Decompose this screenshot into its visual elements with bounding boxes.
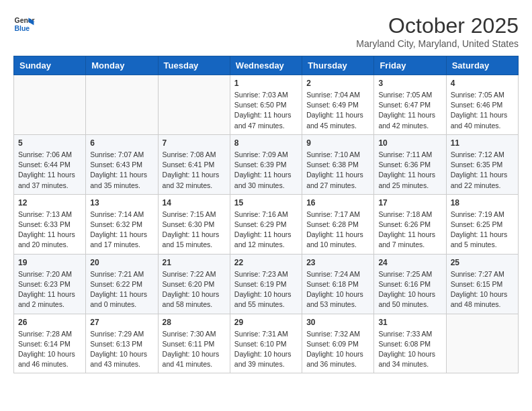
day-number: 1	[234, 79, 298, 88]
day-number: 13	[90, 198, 153, 208]
header-thursday: Thursday	[302, 56, 374, 75]
day-number: 28	[163, 318, 226, 327]
day-info: Sunrise: 7:25 AM Sunset: 6:16 PM Dayligh…	[378, 269, 441, 310]
calendar-cell: 28Sunrise: 7:30 AM Sunset: 6:11 PM Dayli…	[158, 314, 230, 373]
day-number: 4	[451, 79, 514, 88]
calendar-cell: 6Sunrise: 7:07 AM Sunset: 6:43 PM Daylig…	[86, 134, 158, 194]
day-info: Sunrise: 7:19 AM Sunset: 6:25 PM Dayligh…	[451, 210, 514, 250]
calendar-cell: 7Sunrise: 7:08 AM Sunset: 6:41 PM Daylig…	[158, 134, 230, 194]
calendar-cell: 20Sunrise: 7:21 AM Sunset: 6:22 PM Dayli…	[86, 254, 158, 314]
calendar-cell: 17Sunrise: 7:18 AM Sunset: 6:26 PM Dayli…	[374, 194, 446, 254]
day-info: Sunrise: 7:30 AM Sunset: 6:11 PM Dayligh…	[163, 329, 226, 370]
day-number: 6	[90, 138, 153, 148]
day-number: 18	[451, 198, 514, 208]
calendar-cell: 13Sunrise: 7:14 AM Sunset: 6:32 PM Dayli…	[86, 194, 158, 254]
day-info: Sunrise: 7:22 AM Sunset: 6:20 PM Dayligh…	[163, 269, 226, 310]
calendar-cell: 9Sunrise: 7:10 AM Sunset: 6:38 PM Daylig…	[302, 134, 374, 194]
calendar-cell: 26Sunrise: 7:28 AM Sunset: 6:14 PM Dayli…	[14, 314, 86, 373]
calendar-week-3: 12Sunrise: 7:13 AM Sunset: 6:33 PM Dayli…	[14, 194, 519, 254]
day-info: Sunrise: 7:13 AM Sunset: 6:33 PM Dayligh…	[18, 210, 81, 250]
day-info: Sunrise: 7:18 AM Sunset: 6:26 PM Dayligh…	[378, 210, 441, 250]
calendar-week-5: 26Sunrise: 7:28 AM Sunset: 6:14 PM Dayli…	[14, 314, 519, 373]
calendar-cell: 8Sunrise: 7:09 AM Sunset: 6:39 PM Daylig…	[230, 134, 302, 194]
calendar-cell: 25Sunrise: 7:27 AM Sunset: 6:15 PM Dayli…	[446, 254, 518, 314]
day-number: 22	[234, 258, 298, 267]
day-number: 11	[451, 138, 514, 148]
header-monday: Monday	[86, 56, 158, 75]
calendar-cell: 23Sunrise: 7:24 AM Sunset: 6:18 PM Dayli…	[302, 254, 374, 314]
header-tuesday: Tuesday	[158, 56, 230, 75]
day-number: 10	[378, 138, 441, 148]
day-info: Sunrise: 7:31 AM Sunset: 6:10 PM Dayligh…	[234, 329, 298, 370]
calendar-cell: 1Sunrise: 7:03 AM Sunset: 6:50 PM Daylig…	[230, 75, 302, 135]
day-info: Sunrise: 7:27 AM Sunset: 6:15 PM Dayligh…	[451, 269, 514, 310]
day-info: Sunrise: 7:32 AM Sunset: 6:09 PM Dayligh…	[306, 329, 369, 370]
calendar-cell: 11Sunrise: 7:12 AM Sunset: 6:35 PM Dayli…	[446, 134, 518, 194]
header-friday: Friday	[374, 56, 446, 75]
calendar-cell: 21Sunrise: 7:22 AM Sunset: 6:20 PM Dayli…	[158, 254, 230, 314]
day-info: Sunrise: 7:21 AM Sunset: 6:22 PM Dayligh…	[90, 269, 153, 310]
calendar-cell	[158, 75, 230, 135]
calendar-cell: 4Sunrise: 7:05 AM Sunset: 6:46 PM Daylig…	[446, 75, 518, 135]
calendar-cell	[446, 314, 518, 373]
calendar-cell	[86, 75, 158, 135]
day-info: Sunrise: 7:12 AM Sunset: 6:35 PM Dayligh…	[451, 150, 514, 191]
day-number: 25	[451, 258, 514, 267]
header-wednesday: Wednesday	[230, 56, 302, 75]
calendar-cell: 10Sunrise: 7:11 AM Sunset: 6:36 PM Dayli…	[374, 134, 446, 194]
day-number: 21	[163, 258, 226, 267]
calendar-cell: 19Sunrise: 7:20 AM Sunset: 6:23 PM Dayli…	[14, 254, 86, 314]
day-number: 29	[234, 318, 298, 327]
day-number: 8	[234, 138, 298, 148]
calendar-week-2: 5Sunrise: 7:06 AM Sunset: 6:44 PM Daylig…	[14, 134, 519, 194]
day-number: 17	[378, 198, 441, 208]
month-title: October 2025	[356, 13, 519, 38]
calendar-cell: 3Sunrise: 7:05 AM Sunset: 6:47 PM Daylig…	[374, 75, 446, 135]
day-number: 30	[306, 318, 369, 327]
calendar-week-4: 19Sunrise: 7:20 AM Sunset: 6:23 PM Dayli…	[14, 254, 519, 314]
day-number: 9	[306, 138, 369, 148]
svg-text:Blue: Blue	[15, 25, 30, 32]
day-number: 15	[234, 198, 298, 208]
logo: General Blue	[13, 13, 35, 35]
day-info: Sunrise: 7:03 AM Sunset: 6:50 PM Dayligh…	[234, 90, 298, 131]
day-info: Sunrise: 7:10 AM Sunset: 6:38 PM Dayligh…	[306, 150, 369, 191]
day-info: Sunrise: 7:14 AM Sunset: 6:32 PM Dayligh…	[90, 210, 153, 250]
calendar-cell	[14, 75, 86, 135]
day-info: Sunrise: 7:06 AM Sunset: 6:44 PM Dayligh…	[18, 150, 81, 191]
day-info: Sunrise: 7:28 AM Sunset: 6:14 PM Dayligh…	[18, 329, 81, 370]
day-info: Sunrise: 7:05 AM Sunset: 6:46 PM Dayligh…	[451, 90, 514, 131]
calendar-table: SundayMondayTuesdayWednesdayThursdayFrid…	[13, 56, 519, 373]
day-info: Sunrise: 7:17 AM Sunset: 6:28 PM Dayligh…	[306, 210, 369, 250]
location-subtitle: Maryland City, Maryland, United States	[356, 38, 519, 49]
calendar-cell: 2Sunrise: 7:04 AM Sunset: 6:49 PM Daylig…	[302, 75, 374, 135]
day-number: 20	[90, 258, 153, 267]
logo-icon: General Blue	[13, 13, 35, 35]
calendar-cell: 22Sunrise: 7:23 AM Sunset: 6:19 PM Dayli…	[230, 254, 302, 314]
day-info: Sunrise: 7:11 AM Sunset: 6:36 PM Dayligh…	[378, 150, 441, 191]
day-info: Sunrise: 7:15 AM Sunset: 6:30 PM Dayligh…	[163, 210, 226, 250]
day-number: 23	[306, 258, 369, 267]
day-info: Sunrise: 7:23 AM Sunset: 6:19 PM Dayligh…	[234, 269, 298, 310]
day-info: Sunrise: 7:24 AM Sunset: 6:18 PM Dayligh…	[306, 269, 369, 310]
calendar-week-1: 1Sunrise: 7:03 AM Sunset: 6:50 PM Daylig…	[14, 75, 519, 135]
day-info: Sunrise: 7:16 AM Sunset: 6:29 PM Dayligh…	[234, 210, 298, 250]
header-sunday: Sunday	[14, 56, 86, 75]
day-number: 31	[378, 318, 441, 327]
day-number: 3	[378, 79, 441, 88]
day-info: Sunrise: 7:20 AM Sunset: 6:23 PM Dayligh…	[18, 269, 81, 310]
calendar-cell: 16Sunrise: 7:17 AM Sunset: 6:28 PM Dayli…	[302, 194, 374, 254]
day-info: Sunrise: 7:09 AM Sunset: 6:39 PM Dayligh…	[234, 150, 298, 191]
day-number: 19	[18, 258, 81, 267]
day-number: 5	[18, 138, 81, 148]
calendar-cell: 14Sunrise: 7:15 AM Sunset: 6:30 PM Dayli…	[158, 194, 230, 254]
day-number: 24	[378, 258, 441, 267]
calendar-cell: 12Sunrise: 7:13 AM Sunset: 6:33 PM Dayli…	[14, 194, 86, 254]
calendar-cell: 30Sunrise: 7:32 AM Sunset: 6:09 PM Dayli…	[302, 314, 374, 373]
day-info: Sunrise: 7:07 AM Sunset: 6:43 PM Dayligh…	[90, 150, 153, 191]
day-number: 26	[18, 318, 81, 327]
page-header: General Blue October 2025 Maryland City,…	[13, 13, 519, 49]
day-info: Sunrise: 7:05 AM Sunset: 6:47 PM Dayligh…	[378, 90, 441, 131]
calendar-cell: 27Sunrise: 7:29 AM Sunset: 6:13 PM Dayli…	[86, 314, 158, 373]
day-number: 27	[90, 318, 153, 327]
